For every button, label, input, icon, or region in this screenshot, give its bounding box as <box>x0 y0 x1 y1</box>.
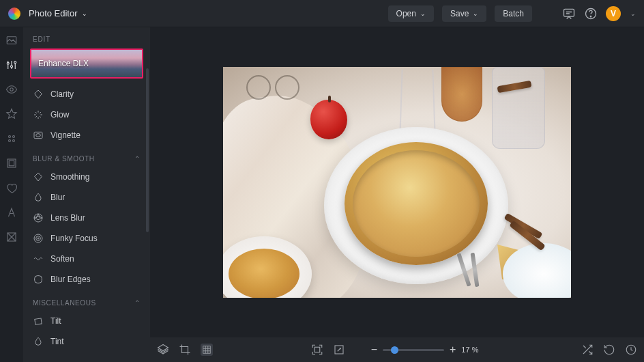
tool-label: Blur <box>50 193 65 202</box>
chevron-down-icon[interactable]: ⌄ <box>630 10 636 17</box>
chevron-down-icon: ⌄ <box>82 10 87 17</box>
svg-rect-0 <box>564 9 574 16</box>
rail-image-icon[interactable] <box>5 34 18 46</box>
svg-rect-23 <box>203 346 211 354</box>
vignette-icon <box>33 130 44 141</box>
target-icon <box>33 233 44 244</box>
svg-rect-13 <box>9 161 14 166</box>
svg-point-17 <box>34 214 42 222</box>
enhance-label: Enhance DLX <box>38 59 89 68</box>
help-icon[interactable] <box>584 7 598 20</box>
app-title-label: Photo Editor <box>29 8 78 18</box>
rail-eye-icon[interactable] <box>5 83 18 96</box>
square-round-icon <box>33 274 44 285</box>
rail-frame-icon[interactable] <box>5 157 18 169</box>
tool-lens-blur[interactable]: Lens Blur <box>23 208 150 228</box>
svg-rect-21 <box>35 276 42 283</box>
chevron-up-icon: ⌃ <box>134 299 141 307</box>
svg-rect-15 <box>34 132 42 138</box>
svg-point-20 <box>38 238 39 239</box>
open-button[interactable]: Open ⌄ <box>388 5 434 22</box>
tool-label: Blur Edges <box>50 275 91 284</box>
zoom-in-button[interactable]: + <box>450 344 456 356</box>
rail-heart-icon[interactable] <box>5 182 18 194</box>
undo-icon[interactable] <box>603 344 615 356</box>
tool-blur[interactable]: Blur <box>23 187 150 208</box>
aperture-icon <box>33 212 44 223</box>
tool-smoothing[interactable]: Smoothing <box>23 167 150 187</box>
crop-icon[interactable] <box>179 344 191 356</box>
tool-blur-edges[interactable]: Blur Edges <box>23 269 150 290</box>
feedback-icon[interactable] <box>562 7 576 20</box>
tool-funky-focus[interactable]: Funky Focus <box>23 228 150 249</box>
batch-label: Batch <box>503 9 524 18</box>
diamond-icon <box>33 171 44 182</box>
shuffle-icon[interactable] <box>581 344 594 356</box>
tool-glow[interactable]: Glow <box>23 105 150 125</box>
tool-label: Smoothing <box>50 172 89 182</box>
layers-icon[interactable] <box>157 344 169 356</box>
drop-icon <box>33 336 44 347</box>
batch-button[interactable]: Batch <box>495 5 532 22</box>
rail-texture-icon[interactable] <box>5 231 18 243</box>
section-label: MISCELLANEOUS <box>33 299 96 307</box>
tool-clarity[interactable]: Clarity <box>23 84 150 105</box>
rail-adjust-icon[interactable] <box>5 59 18 71</box>
enhance-dlx-card[interactable]: Enhance DLX <box>30 48 143 79</box>
section-miscellaneous[interactable]: MISCELLANEOUS ⌃ <box>23 290 150 311</box>
svg-point-5 <box>11 66 13 68</box>
app-logo-icon <box>8 8 20 20</box>
canvas-area: − + 17 % <box>150 27 644 362</box>
scrollbar-thumb[interactable] <box>146 68 149 232</box>
svg-rect-22 <box>35 318 42 324</box>
diamond-icon <box>33 89 44 100</box>
svg-point-6 <box>14 61 16 64</box>
tool-label: Glow <box>50 110 69 120</box>
svg-point-4 <box>7 62 9 64</box>
svg-point-16 <box>36 134 41 137</box>
zoom-out-button[interactable]: − <box>371 344 377 356</box>
svg-rect-24 <box>314 347 320 352</box>
tool-soften[interactable]: Soften <box>23 249 150 269</box>
tool-label: Tint <box>50 337 64 346</box>
history-icon[interactable] <box>625 344 637 356</box>
tool-tint[interactable]: Tint <box>23 331 150 352</box>
bottom-bar: − + 17 % <box>150 337 644 362</box>
tool-label: Vignette <box>50 130 80 140</box>
rail-text-icon[interactable] <box>5 206 18 219</box>
tilt-icon <box>33 316 44 326</box>
side-panel: EDIT Enhance DLX ClarityGlowVignette BLU… <box>23 27 150 362</box>
zoom-slider-thumb[interactable] <box>391 346 398 354</box>
svg-point-11 <box>13 140 15 142</box>
chevron-down-icon: ⌄ <box>473 10 478 17</box>
zoom-control: − + 17 % <box>371 344 484 356</box>
section-label: BLUR & SMOOTH <box>33 155 95 163</box>
photo-preview <box>223 67 571 298</box>
save-label: Save <box>450 9 469 18</box>
tool-tilt[interactable]: Tilt <box>23 311 150 331</box>
svg-point-7 <box>10 88 14 92</box>
canvas[interactable] <box>150 27 644 337</box>
section-blur-smooth[interactable]: BLUR & SMOOTH ⌃ <box>23 145 150 167</box>
tool-label: Lens Blur <box>50 213 85 223</box>
save-button[interactable]: Save ⌄ <box>442 5 486 22</box>
zoom-slider[interactable] <box>383 349 444 351</box>
chevron-down-icon: ⌄ <box>420 10 426 17</box>
svg-point-18 <box>34 234 42 242</box>
tool-label: Clarity <box>50 89 74 99</box>
tool-label: Funky Focus <box>50 234 98 243</box>
rail-effects-icon[interactable] <box>5 133 18 145</box>
fit-icon[interactable] <box>311 344 323 356</box>
wave-icon <box>33 253 44 264</box>
tool-vignette[interactable]: Vignette <box>23 125 150 145</box>
rail-star-icon[interactable] <box>5 108 18 120</box>
rail-bar <box>0 27 23 362</box>
avatar[interactable]: V <box>606 6 621 21</box>
open-label: Open <box>396 9 416 18</box>
panel-head: EDIT <box>23 27 150 48</box>
grid-icon[interactable] <box>201 344 213 356</box>
tool-label: Tilt <box>50 316 61 326</box>
app-title-dropdown[interactable]: Photo Editor ⌄ <box>29 8 87 18</box>
expand-icon[interactable] <box>333 344 345 356</box>
tool-label: Soften <box>50 254 74 264</box>
